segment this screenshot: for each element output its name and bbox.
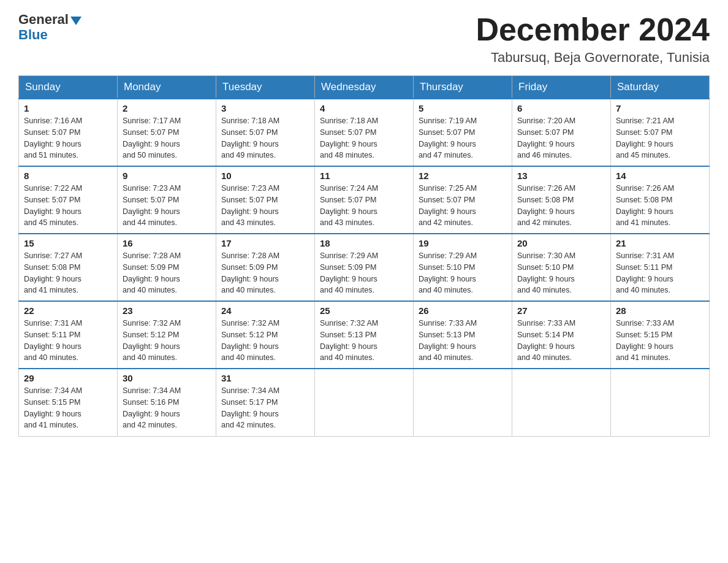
- day-number: 13: [517, 170, 605, 181]
- table-row: 21 Sunrise: 7:31 AMSunset: 5:11 PMDaylig…: [611, 234, 710, 301]
- day-number: 30: [123, 373, 211, 383]
- table-row: 30 Sunrise: 7:34 AMSunset: 5:16 PMDaylig…: [118, 369, 216, 436]
- day-info: Sunrise: 7:21 AMSunset: 5:07 PMDaylight:…: [616, 117, 674, 159]
- day-info: Sunrise: 7:24 AMSunset: 5:07 PMDaylight:…: [320, 184, 378, 227]
- header-saturday: Saturday: [611, 76, 710, 99]
- day-info: Sunrise: 7:32 AMSunset: 5:12 PMDaylight:…: [123, 319, 181, 362]
- table-row: [512, 369, 611, 436]
- day-number: 14: [616, 170, 704, 181]
- table-row: [611, 369, 710, 436]
- day-number: 3: [221, 103, 309, 113]
- table-row: 1 Sunrise: 7:16 AMSunset: 5:07 PMDayligh…: [19, 99, 118, 166]
- weekday-header-row: Sunday Monday Tuesday Wednesday Thursday…: [19, 76, 710, 99]
- day-info: Sunrise: 7:29 AMSunset: 5:10 PMDaylight:…: [419, 251, 477, 294]
- day-info: Sunrise: 7:16 AMSunset: 5:07 PMDaylight:…: [24, 117, 82, 159]
- title-section: December 2024 Tabursuq, Beja Governorate…: [476, 12, 710, 66]
- day-number: 21: [616, 238, 704, 248]
- day-number: 22: [24, 305, 112, 316]
- header-thursday: Thursday: [414, 76, 512, 99]
- day-info: Sunrise: 7:33 AMSunset: 5:14 PMDaylight:…: [517, 319, 575, 362]
- day-number: 29: [24, 373, 112, 383]
- table-row: 6 Sunrise: 7:20 AMSunset: 5:07 PMDayligh…: [512, 99, 611, 166]
- table-row: 23 Sunrise: 7:32 AMSunset: 5:12 PMDaylig…: [118, 301, 216, 369]
- day-info: Sunrise: 7:23 AMSunset: 5:07 PMDaylight:…: [123, 184, 181, 227]
- day-info: Sunrise: 7:26 AMSunset: 5:08 PMDaylight:…: [517, 184, 575, 227]
- table-row: 10 Sunrise: 7:23 AMSunset: 5:07 PMDaylig…: [216, 166, 315, 234]
- day-info: Sunrise: 7:20 AMSunset: 5:07 PMDaylight:…: [517, 117, 575, 159]
- day-info: Sunrise: 7:31 AMSunset: 5:11 PMDaylight:…: [24, 319, 82, 362]
- logo-blue: Blue: [18, 27, 48, 43]
- calendar-week-row: 22 Sunrise: 7:31 AMSunset: 5:11 PMDaylig…: [19, 301, 710, 369]
- month-year-title: December 2024: [476, 12, 710, 47]
- day-info: Sunrise: 7:23 AMSunset: 5:07 PMDaylight:…: [221, 184, 279, 227]
- day-info: Sunrise: 7:34 AMSunset: 5:16 PMDaylight:…: [123, 386, 181, 429]
- day-info: Sunrise: 7:32 AMSunset: 5:13 PMDaylight:…: [320, 319, 378, 362]
- logo: General Blue: [18, 12, 82, 43]
- table-row: [414, 369, 512, 436]
- table-row: 12 Sunrise: 7:25 AMSunset: 5:07 PMDaylig…: [414, 166, 512, 234]
- table-row: 11 Sunrise: 7:24 AMSunset: 5:07 PMDaylig…: [315, 166, 414, 234]
- table-row: 4 Sunrise: 7:18 AMSunset: 5:07 PMDayligh…: [315, 99, 414, 166]
- day-info: Sunrise: 7:26 AMSunset: 5:08 PMDaylight:…: [616, 184, 674, 227]
- day-number: 17: [221, 238, 309, 248]
- day-number: 18: [320, 238, 408, 248]
- table-row: 16 Sunrise: 7:28 AMSunset: 5:09 PMDaylig…: [118, 234, 216, 301]
- table-row: 13 Sunrise: 7:26 AMSunset: 5:08 PMDaylig…: [512, 166, 611, 234]
- day-info: Sunrise: 7:28 AMSunset: 5:09 PMDaylight:…: [221, 251, 279, 294]
- day-info: Sunrise: 7:22 AMSunset: 5:07 PMDaylight:…: [24, 184, 82, 227]
- page-header: General Blue December 2024 Tabursuq, Bej…: [18, 12, 710, 66]
- header-friday: Friday: [512, 76, 611, 99]
- table-row: 25 Sunrise: 7:32 AMSunset: 5:13 PMDaylig…: [315, 301, 414, 369]
- table-row: 26 Sunrise: 7:33 AMSunset: 5:13 PMDaylig…: [414, 301, 512, 369]
- calendar-week-row: 15 Sunrise: 7:27 AMSunset: 5:08 PMDaylig…: [19, 234, 710, 301]
- day-number: 1: [24, 103, 112, 113]
- day-number: 7: [616, 103, 704, 113]
- table-row: 29 Sunrise: 7:34 AMSunset: 5:15 PMDaylig…: [19, 369, 118, 436]
- calendar-table: Sunday Monday Tuesday Wednesday Thursday…: [18, 75, 710, 437]
- day-number: 19: [419, 238, 507, 248]
- day-info: Sunrise: 7:18 AMSunset: 5:07 PMDaylight:…: [320, 117, 378, 159]
- table-row: 28 Sunrise: 7:33 AMSunset: 5:15 PMDaylig…: [611, 301, 710, 369]
- header-sunday: Sunday: [19, 76, 118, 99]
- table-row: 18 Sunrise: 7:29 AMSunset: 5:09 PMDaylig…: [315, 234, 414, 301]
- day-number: 23: [123, 305, 211, 316]
- day-number: 27: [517, 305, 605, 316]
- table-row: [315, 369, 414, 436]
- table-row: 8 Sunrise: 7:22 AMSunset: 5:07 PMDayligh…: [19, 166, 118, 234]
- day-info: Sunrise: 7:19 AMSunset: 5:07 PMDaylight:…: [419, 117, 477, 159]
- table-row: 15 Sunrise: 7:27 AMSunset: 5:08 PMDaylig…: [19, 234, 118, 301]
- day-info: Sunrise: 7:28 AMSunset: 5:09 PMDaylight:…: [123, 251, 181, 294]
- day-number: 26: [419, 305, 507, 316]
- calendar-week-row: 8 Sunrise: 7:22 AMSunset: 5:07 PMDayligh…: [19, 166, 710, 234]
- day-number: 2: [123, 103, 211, 113]
- day-number: 16: [123, 238, 211, 248]
- table-row: 27 Sunrise: 7:33 AMSunset: 5:14 PMDaylig…: [512, 301, 611, 369]
- day-number: 15: [24, 238, 112, 248]
- day-number: 10: [221, 170, 309, 181]
- day-number: 24: [221, 305, 309, 316]
- table-row: 20 Sunrise: 7:30 AMSunset: 5:10 PMDaylig…: [512, 234, 611, 301]
- table-row: 22 Sunrise: 7:31 AMSunset: 5:11 PMDaylig…: [19, 301, 118, 369]
- header-tuesday: Tuesday: [216, 76, 315, 99]
- table-row: 17 Sunrise: 7:28 AMSunset: 5:09 PMDaylig…: [216, 234, 315, 301]
- day-number: 11: [320, 170, 408, 181]
- table-row: 7 Sunrise: 7:21 AMSunset: 5:07 PMDayligh…: [611, 99, 710, 166]
- day-number: 8: [24, 170, 112, 181]
- day-info: Sunrise: 7:18 AMSunset: 5:07 PMDaylight:…: [221, 117, 279, 159]
- header-monday: Monday: [118, 76, 216, 99]
- table-row: 14 Sunrise: 7:26 AMSunset: 5:08 PMDaylig…: [611, 166, 710, 234]
- table-row: 19 Sunrise: 7:29 AMSunset: 5:10 PMDaylig…: [414, 234, 512, 301]
- day-number: 6: [517, 103, 605, 113]
- day-info: Sunrise: 7:32 AMSunset: 5:12 PMDaylight:…: [221, 319, 279, 362]
- location-subtitle: Tabursuq, Beja Governorate, Tunisia: [476, 50, 710, 66]
- logo-general: General: [18, 12, 69, 27]
- table-row: 31 Sunrise: 7:34 AMSunset: 5:17 PMDaylig…: [216, 369, 315, 436]
- table-row: 5 Sunrise: 7:19 AMSunset: 5:07 PMDayligh…: [414, 99, 512, 166]
- day-info: Sunrise: 7:30 AMSunset: 5:10 PMDaylight:…: [517, 251, 575, 294]
- day-info: Sunrise: 7:29 AMSunset: 5:09 PMDaylight:…: [320, 251, 378, 294]
- day-info: Sunrise: 7:27 AMSunset: 5:08 PMDaylight:…: [24, 251, 82, 294]
- calendar-week-row: 29 Sunrise: 7:34 AMSunset: 5:15 PMDaylig…: [19, 369, 710, 436]
- day-info: Sunrise: 7:33 AMSunset: 5:15 PMDaylight:…: [616, 319, 674, 362]
- day-number: 12: [419, 170, 507, 181]
- day-number: 31: [221, 373, 309, 383]
